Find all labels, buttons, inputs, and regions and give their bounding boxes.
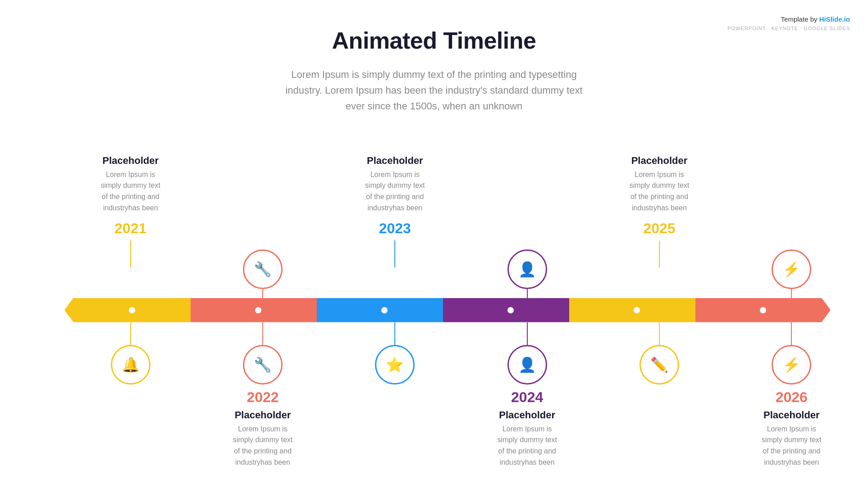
seg-2021-inner — [64, 298, 200, 322]
item-2022-desc: Lorem Ipsum issimply dummy textof the pr… — [233, 424, 292, 468]
icon-2024: 👤 — [507, 345, 547, 385]
item-2026-year: 2026 — [776, 389, 808, 406]
item-2024-label: Placeholder — [499, 409, 555, 421]
item-2021-label: Placeholder — [101, 155, 160, 167]
stem-2023-bot — [394, 322, 395, 345]
brand-name: HiSlide.io — [819, 15, 850, 23]
icon-area-2026: ⚡ — [726, 249, 858, 312]
seg-2021 — [64, 298, 200, 322]
stem-2021-bot — [130, 322, 131, 345]
item-2022-label: Placeholder — [235, 409, 291, 421]
item-2025-text: Placeholder Lorem Ipsum issimply dummy t… — [630, 155, 689, 214]
seg-2023-inner — [317, 298, 452, 322]
icon-area-2025: ✏️ — [593, 322, 725, 385]
stem-2024 — [527, 322, 528, 345]
dot-2021 — [129, 307, 135, 313]
icon-2024-top: 👤 — [507, 249, 547, 289]
item-2021-year: 2021 — [114, 220, 146, 237]
item-2023: Placeholder Lorem Ipsum issimply dummy t… — [329, 155, 461, 267]
item-2024-desc: Lorem Ipsum issimply dummy textof the pr… — [497, 424, 557, 468]
watermark: Template by HiSlide.io POWERPOINT · KEYN… — [727, 14, 850, 32]
stem-2022 — [262, 322, 263, 345]
item-2022: 🔧 2022 Placeholder Lorem Ipsum issimply … — [196, 322, 329, 468]
dot-2025 — [634, 307, 640, 313]
stem-2022-top — [262, 289, 263, 312]
dot-2023 — [381, 307, 388, 313]
stem-2025 — [659, 240, 660, 267]
item-2023-label: Placeholder — [365, 155, 425, 167]
item-2021-text: Placeholder Lorem Ipsum issimply dummy t… — [101, 155, 160, 214]
stem-2024-top — [527, 289, 528, 312]
item-2025-desc: Lorem Ipsum issimply dummy textof the pr… — [630, 169, 689, 214]
item-2026-desc: Lorem Ipsum issimply dummy textof the pr… — [762, 424, 821, 468]
item-2022-year: 2022 — [247, 389, 279, 406]
item-2021-desc: Lorem Ipsum issimply dummy textof the pr… — [101, 169, 160, 214]
item-2024-year: 2024 — [511, 389, 543, 406]
icon-2023: ⭐ — [375, 345, 415, 385]
item-2024: 👤 2024 Placeholder Lorem Ipsum issimply … — [461, 322, 593, 468]
icon-area-2021: 🔔 — [64, 322, 196, 385]
stem-2023 — [394, 240, 395, 267]
timeline: Placeholder Lorem Ipsum issimply dummy t… — [37, 141, 831, 466]
timeline-bar — [64, 298, 831, 322]
icon-area-2024: 👤 — [461, 249, 593, 312]
stem-2025-bot — [659, 322, 660, 345]
icon-2026: ⚡ — [772, 345, 811, 385]
item-2023-desc: Lorem Ipsum issimply dummy textof the pr… — [365, 169, 425, 214]
subtitle: Lorem Ipsum is simply dummy text of the … — [281, 67, 587, 114]
icon-2022-top: 🔧 — [243, 249, 283, 289]
icon-2026-top: ⚡ — [772, 249, 811, 289]
icon-area-2022: 🔧 — [196, 249, 329, 312]
item-2021: Placeholder Lorem Ipsum issimply dummy t… — [64, 155, 196, 267]
item-2023-year: 2023 — [379, 220, 411, 237]
item-2026: ⚡ 2026 Placeholder Lorem Ipsum issimply … — [726, 322, 858, 468]
icon-2022: 🔧 — [243, 345, 283, 385]
stem-2026-top — [791, 289, 792, 312]
icon-area-2023: ⭐ — [329, 322, 461, 385]
item-2025-year: 2025 — [643, 220, 675, 237]
item-2023-text: Placeholder Lorem Ipsum issimply dummy t… — [365, 155, 425, 214]
icon-2025: ✏️ — [640, 345, 679, 385]
icon-2021: 🔔 — [111, 345, 151, 385]
watermark-brand: Template by HiSlide.io — [727, 14, 850, 25]
stem-2021 — [130, 240, 131, 267]
stem-2026 — [791, 322, 792, 345]
seg-2023 — [317, 298, 452, 322]
item-2025: Placeholder Lorem Ipsum issimply dummy t… — [593, 155, 725, 267]
watermark-sub: POWERPOINT · KEYNOTE · GOOGLE SLIDES — [727, 25, 850, 32]
item-2026-label: Placeholder — [763, 409, 820, 421]
main-title: Animated Timeline — [332, 27, 536, 54]
item-2025-label: Placeholder — [630, 155, 689, 167]
page-content: Animated Timeline Lorem Ipsum is simply … — [0, 0, 868, 466]
